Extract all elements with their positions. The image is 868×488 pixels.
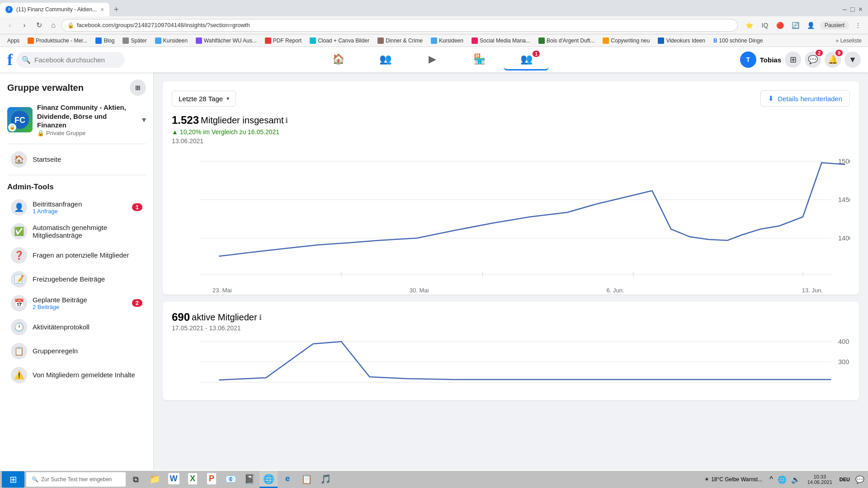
volume-icon[interactable]: 🔊 [789,475,802,484]
bookmark-bois[interactable]: Bois d'Argent Duft... [535,37,598,45]
taskbar-app-chrome[interactable]: 🌐 [259,471,278,488]
nav-groups[interactable]: 👥 1 [504,49,549,70]
minimize-button[interactable]: – [843,5,847,14]
facebook-search-bar[interactable]: 🔍 [16,52,125,68]
bookmark-kursideen[interactable]: Kursideen [151,37,191,45]
grid-menu-button[interactable]: ⊞ [785,52,801,68]
taskbar-app-explorer[interactable]: 📁 [146,471,164,488]
taskbar-app-onenote[interactable]: 📓 [241,471,259,488]
nav-marketplace[interactable]: 🏪 [457,49,502,70]
language-indicator[interactable]: DEU [838,476,852,483]
bookmark-socialmedia[interactable]: Social Media Mana... [468,37,534,45]
app2-icon: 🎵 [320,474,331,484]
nav-watch[interactable]: ▶ [410,49,455,70]
iq-button[interactable]: IQ [759,19,771,32]
clock-widget[interactable]: 10:33 14.06.2021 [804,474,836,485]
notifications-center-icon[interactable]: 💬 [854,475,866,484]
network-icon[interactable]: 🌐 [776,475,788,484]
bookmark-copywriting[interactable]: Copywriting neu [599,37,653,45]
forward-button[interactable]: › [18,19,31,32]
menu-button[interactable]: ⋮ [852,19,864,32]
user-accounts-button[interactable]: 👤 [805,19,817,32]
info-icon[interactable]: ℹ [285,116,288,125]
close-window-button[interactable]: × [859,5,863,14]
taskbar-app-misc2[interactable]: 🎵 [316,471,335,488]
bookmark-favicon [658,38,664,44]
sidebar-item-activity-log[interactable]: 🕐 Aktivitätenprotokoll [4,315,150,339]
metric-change: ▲ 10,20% im Vergleich zu 16.05.2021 [172,128,850,136]
group-expand-chevron[interactable]: ▾ [142,115,146,125]
auto-approve-label: Automatisch genehmigte Mitgliedsanträge [33,224,142,239]
bookmark-kursideen2[interactable]: Kursideen [427,37,467,45]
taskbar-search[interactable]: 🔍 Zur Suche Text hier eingeben [26,472,126,487]
browser-tab-bar: f (11) Finanz Community - Aktien... × + … [0,0,868,16]
bookmark-produktsuche[interactable]: Produktsuche - Mer... [24,37,91,45]
sidebar-item-questions[interactable]: ❓ Fragen an potenzielle Mitglieder [4,244,150,267]
bookmark-canva[interactable]: Cload + Canva Bilder [306,37,373,45]
sidebar-item-pending-posts[interactable]: 📝 Freizugebende Beiträge [4,267,150,291]
bookmark-pdfreport[interactable]: PDF Report [261,37,305,45]
sidebar-item-scheduled-posts[interactable]: 📅 Geplante Beiträge 2 Beiträge 2 [4,291,150,315]
extensions-button[interactable]: ⭐ [743,19,756,32]
bookmark-blog[interactable]: Blog [92,37,118,45]
active-info-icon[interactable]: ℹ [259,313,262,322]
sidebar-item-reported-content[interactable]: ⚠️ Von Mitgliedern gemeldete Inhalte [4,363,150,387]
bookmarks-more-button[interactable]: » Leseliste [833,38,864,44]
bookmark-wahlfaecher[interactable]: Wahlfächer WU Aus... [192,37,260,45]
date-filter-button[interactable]: Letzte 28 Tage ▾ [172,91,236,107]
sidebar-item-startseite[interactable]: 🏠 Startseite [4,148,150,171]
weather-widget[interactable]: ☀ 18°C Gelbe Warnst... [701,476,766,483]
bookmark-100things[interactable]: B 100 schöne Dinge [710,37,766,45]
new-tab-button[interactable]: + [109,3,123,16]
taskbar-app-misc1[interactable]: 📋 [297,471,316,488]
download-details-button[interactable]: ⬇ Details herunterladen [760,90,850,107]
taskbar-app-excel[interactable]: X [184,471,202,488]
taskbar-app-outlook[interactable]: 📧 [222,471,240,488]
notifications-button[interactable]: 🔔 9 [825,52,841,68]
back-button[interactable]: ‹ [4,19,16,32]
group-card[interactable]: FC 🔒 Finanz Community - Aktien, Dividend… [0,99,153,140]
windows-start-button[interactable]: ⊞ [2,471,24,488]
rules-label: Gruppenregeln [33,347,142,355]
facebook-container: f 🔍 🏠 👥 ▶ 🏪 👥 1 T [0,47,868,488]
home-button[interactable]: ⌂ [47,19,60,32]
search-icon: 🔍 [32,476,38,483]
bookmark-spaeter[interactable]: Später [119,37,150,45]
chevron-tray-icon[interactable]: ^ [768,475,775,483]
vpn-button[interactable]: 🔴 [774,19,787,32]
browser-toolbar: ‹ › ↻ ⌂ 🔒 facebook.com/groups/2148271097… [0,16,868,34]
sidebar-item-rules[interactable]: 📋 Gruppenregeln [4,339,150,363]
maximize-button[interactable]: □ [850,5,855,14]
bookmark-videokurs[interactable]: Videokurs Ideen [654,37,709,45]
taskbar-app-powerpoint[interactable]: P [203,471,221,488]
search-input[interactable] [34,56,107,64]
pause-button[interactable]: Pausiert [820,21,849,29]
facebook-logo[interactable]: f [7,50,13,69]
active-members-line [219,342,831,380]
nav-home[interactable]: 🏠 [316,49,361,70]
card-header: Letzte 28 Tage ▾ ⬇ Details herunterladen [172,90,850,107]
rules-icon: 📋 [11,343,27,359]
taskbar-app-word[interactable]: W [165,471,183,488]
bookmark-apps[interactable]: Apps [4,37,23,45]
tab-close-button[interactable]: × [100,6,104,13]
sidebar-settings-button[interactable]: ⊞ [130,80,146,96]
address-bar[interactable]: 🔒 facebook.com/groups/214827109704148/in… [61,19,738,32]
messenger-button[interactable]: 💬 2 [805,52,821,68]
sync-button[interactable]: 🔄 [789,19,802,32]
user-profile-button[interactable]: T Tobias [740,52,781,68]
sidebar-item-beitrittsanfragen[interactable]: 👤 Beitrittsanfragen 1 Anfrage 1 [4,196,150,219]
sidebar-item-auto-approve[interactable]: ✅ Automatisch genehmigte Mitgliedsanträg… [4,220,150,243]
bookmark-dinner[interactable]: Dinner & Crime [374,37,426,45]
divider [7,175,146,175]
bookmark-label: Kursideen [439,38,463,44]
auto-approve-icon: ✅ [11,223,27,239]
date-display: 14.06.2021 [807,479,832,485]
chrome-icon: 🌐 [263,474,274,484]
active-tab[interactable]: f (11) Finanz Community - Aktien... × [0,3,109,16]
taskbar-app-edge[interactable]: e [278,471,297,488]
reload-button[interactable]: ↻ [33,19,45,32]
account-menu-button[interactable]: ▼ [844,52,861,68]
task-view-button[interactable]: ⧉ [127,471,144,488]
nav-friends[interactable]: 👥 [363,49,408,70]
